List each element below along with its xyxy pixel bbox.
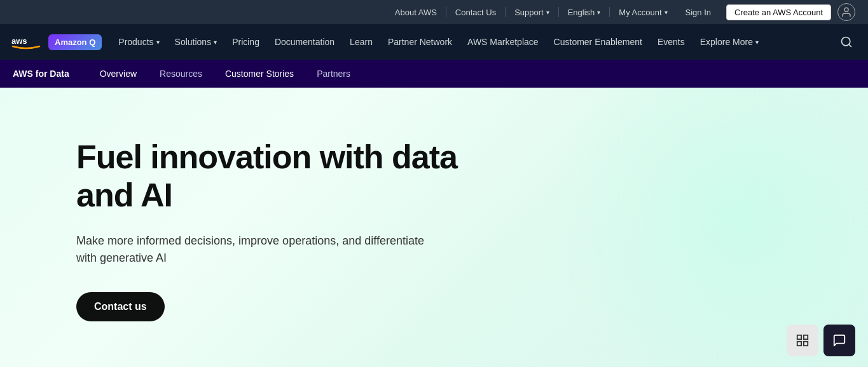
hero-title: Fuel innovation with data and AI <box>76 138 521 215</box>
my-account-chevron-icon: ▾ <box>665 9 668 16</box>
create-account-button[interactable]: Create an AWS Account <box>726 4 831 20</box>
nav-aws-marketplace[interactable]: AWS Marketplace <box>460 24 546 60</box>
contact-us-link[interactable]: Contact Us <box>446 0 505 24</box>
language-selector[interactable]: English ▾ <box>559 0 610 24</box>
svg-line-3 <box>849 44 851 47</box>
language-chevron-icon: ▾ <box>597 9 600 16</box>
chat-widget-button[interactable] <box>823 325 855 356</box>
hero-subtitle: Make more informed decisions, improve op… <box>76 232 432 267</box>
sign-in-link[interactable]: Sign In <box>677 0 720 24</box>
grid-widget-button[interactable] <box>787 325 818 356</box>
sub-navigation: AWS for Data Overview Resources Customer… <box>0 60 868 88</box>
top-utility-bar: About AWS Contact Us Support ▾ English ▾… <box>0 0 868 24</box>
aws-logo[interactable]: aws <box>10 32 42 51</box>
about-aws-link[interactable]: About AWS <box>386 0 446 24</box>
main-navigation: aws Amazon Q Products ▾ Solutions ▾ Pric… <box>0 24 868 60</box>
svg-rect-6 <box>797 342 801 346</box>
nav-solutions[interactable]: Solutions ▾ <box>167 24 225 60</box>
nav-pricing[interactable]: Pricing <box>224 24 267 60</box>
nav-events[interactable]: Events <box>650 24 692 60</box>
sub-nav-partners[interactable]: Partners <box>305 60 362 88</box>
support-chevron-icon: ▾ <box>546 9 549 16</box>
sub-nav-title: AWS for Data <box>13 69 69 79</box>
bottom-widget-bar <box>787 325 855 356</box>
sub-nav-customer-stories[interactable]: Customer Stories <box>214 60 305 88</box>
svg-rect-5 <box>804 335 808 339</box>
nav-customer-enablement[interactable]: Customer Enablement <box>546 24 650 60</box>
user-avatar[interactable] <box>837 3 855 21</box>
hero-section: Fuel innovation with data and AI Make mo… <box>0 88 868 367</box>
nav-partner-network[interactable]: Partner Network <box>380 24 460 60</box>
explore-more-chevron-icon: ▾ <box>755 39 759 46</box>
svg-text:aws: aws <box>11 36 27 46</box>
products-chevron-icon: ▾ <box>156 39 160 46</box>
nav-products[interactable]: Products ▾ <box>111 24 167 60</box>
sub-nav-resources[interactable]: Resources <box>148 60 214 88</box>
svg-rect-4 <box>797 335 801 339</box>
my-account-link[interactable]: My Account ▾ <box>610 0 676 24</box>
svg-rect-7 <box>804 342 808 346</box>
search-button[interactable] <box>835 36 858 48</box>
support-link[interactable]: Support ▾ <box>506 0 558 24</box>
hero-cta-button[interactable]: Contact us <box>76 292 165 321</box>
amazon-q-button[interactable]: Amazon Q <box>48 34 102 50</box>
sub-nav-overview[interactable]: Overview <box>88 60 148 88</box>
nav-explore-more[interactable]: Explore More ▾ <box>692 24 766 60</box>
solutions-chevron-icon: ▾ <box>214 39 217 46</box>
nav-documentation[interactable]: Documentation <box>267 24 342 60</box>
svg-point-0 <box>844 8 848 11</box>
nav-learn[interactable]: Learn <box>342 24 380 60</box>
